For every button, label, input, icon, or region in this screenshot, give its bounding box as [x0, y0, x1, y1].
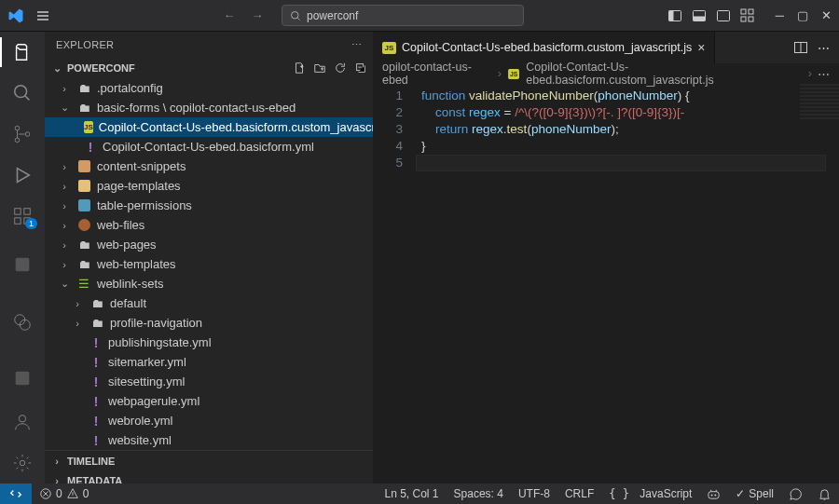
svg-rect-15	[15, 218, 21, 224]
tree-file[interactable]: !website.yml	[45, 430, 373, 450]
svg-point-0	[292, 11, 299, 19]
activity-settings-gear-icon[interactable]	[11, 452, 34, 474]
breadcrumb-item[interactable]: Copilot-Contact-Us-ebed.basicform.custom…	[526, 61, 803, 87]
status-notifications-icon[interactable]	[810, 487, 839, 501]
activity-search-icon[interactable]	[11, 82, 34, 104]
svg-rect-21	[16, 372, 30, 386]
tree-folder[interactable]: ›🖿web-templates	[45, 254, 373, 274]
status-eol[interactable]: CRLF	[557, 487, 601, 501]
collapse-all-icon[interactable]	[354, 61, 367, 75]
activity-explorer-icon[interactable]	[11, 41, 34, 63]
yml-file-icon: !	[89, 413, 103, 429]
status-cursor[interactable]: Ln 5, Col 1	[377, 487, 446, 501]
explorer-sidebar: EXPLORER ⋯ ⌄ POWERCONF ›🖿.portalconfig ⌄…	[45, 32, 373, 484]
maximize-icon[interactable]: ▢	[797, 8, 808, 22]
svg-rect-6	[741, 9, 746, 14]
tree-label: web-files	[97, 218, 144, 232]
status-feedback-icon[interactable]	[781, 487, 810, 501]
tree-folder[interactable]: ›page-templates	[45, 176, 373, 196]
tab-close-icon[interactable]: ×	[697, 40, 705, 55]
command-center-search[interactable]: powerconf	[282, 5, 524, 26]
tree-file-selected[interactable]: JSCopilot-Contact-Us-ebed.basicform.cust…	[45, 117, 373, 137]
code-content[interactable]: function validatePhoneNumber(phoneNumber…	[421, 88, 839, 171]
tree-folder[interactable]: ⌄🖿basic-forms \ copilot-contact-us-ebed	[45, 98, 373, 117]
tree-folder[interactable]: ›content-snippets	[45, 157, 373, 176]
tree-label: weblink-sets	[97, 277, 164, 291]
tree-file[interactable]: !Copilot-Contact-Us-ebed.basicform.yml	[45, 137, 373, 157]
refresh-icon[interactable]	[334, 61, 347, 75]
explorer-header: EXPLORER ⋯	[45, 32, 373, 58]
chevron-down-icon: ⌄	[50, 62, 63, 75]
layout-sidebar-right-icon[interactable]	[716, 8, 731, 23]
layout-sidebar-left-icon[interactable]	[667, 8, 682, 23]
svg-rect-7	[749, 9, 753, 14]
yml-file-icon: !	[84, 139, 97, 155]
activity-powerplatform-icon[interactable]	[11, 311, 34, 334]
section-root[interactable]: ⌄ POWERCONF	[45, 58, 373, 78]
nav-back-icon[interactable]: ←	[218, 8, 241, 22]
new-file-icon[interactable]	[293, 61, 306, 75]
tree-label: Copilot-Contact-Us-ebed.basicform.yml	[103, 140, 314, 154]
tree-folder[interactable]: ›web-files	[45, 215, 373, 235]
tree-folder[interactable]: ⌄☰weblink-sets	[45, 274, 373, 293]
activity-extensions-icon[interactable]: 1	[11, 205, 34, 227]
svg-rect-17	[24, 209, 30, 214]
status-problems[interactable]: 0 0	[32, 487, 96, 500]
editor-more-icon[interactable]: ⋯	[818, 41, 830, 55]
new-folder-icon[interactable]	[313, 61, 326, 75]
tree-label: default	[110, 296, 146, 310]
layout-customize-icon[interactable]	[740, 8, 755, 23]
explorer-more-icon[interactable]: ⋯	[351, 39, 362, 51]
tree-label: webpagerule.yml	[108, 394, 199, 408]
tree-file[interactable]: !webpagerule.yml	[45, 391, 373, 411]
activity-run-debug-icon[interactable]	[11, 164, 34, 186]
split-editor-icon[interactable]	[793, 40, 808, 55]
layout-panel-icon[interactable]	[692, 8, 707, 23]
chevron-right-icon: ›	[71, 318, 84, 329]
tree-folder[interactable]: ›🖿profile-navigation	[45, 313, 373, 333]
activity-account-icon[interactable]	[11, 411, 34, 433]
chevron-right-icon: ›	[498, 67, 502, 80]
svg-rect-2	[668, 10, 673, 20]
activity-generic-square-icon[interactable]	[11, 253, 34, 276]
breadcrumb[interactable]: opilot-contact-us-ebed › JS Copilot-Cont…	[373, 63, 839, 84]
chevron-right-icon: ›	[50, 475, 63, 484]
minimize-icon[interactable]: ─	[776, 8, 784, 22]
folder-icon	[76, 159, 91, 174]
minimap[interactable]	[800, 84, 839, 121]
explorer-title: EXPLORER	[56, 39, 114, 50]
status-encoding[interactable]: UTF-8	[511, 487, 557, 501]
activity-source-control-icon[interactable]	[11, 123, 34, 145]
code-editor[interactable]: 1 2 3 4 5 function validatePhoneNumber(p…	[373, 84, 839, 484]
svg-point-23	[20, 460, 25, 466]
editor-tab[interactable]: JS Copilot-Contact-Us-ebed.basicform.cus…	[373, 32, 715, 63]
nav-forward-icon[interactable]: →	[246, 8, 268, 22]
svg-point-11	[15, 126, 20, 130]
activity-generic-square2-icon[interactable]	[11, 367, 34, 389]
section-metadata[interactable]: ›METADATA	[45, 470, 373, 484]
close-icon[interactable]: ✕	[821, 8, 832, 22]
tree-file[interactable]: !sitesetting.yml	[45, 372, 373, 391]
chevron-right-icon: ›	[71, 298, 84, 309]
tree-file[interactable]: !publishingstate.yml	[45, 333, 373, 352]
tree-file[interactable]: !webrole.yml	[45, 411, 373, 430]
status-spell[interactable]: ✓ Spell	[728, 487, 781, 501]
status-indent[interactable]: Spaces: 4	[447, 487, 511, 501]
tree-folder[interactable]: ›table-permissions	[45, 196, 373, 215]
hamburger-menu-icon[interactable]	[35, 8, 50, 23]
tree-folder[interactable]: ›🖿default	[45, 293, 373, 313]
tree-file[interactable]: !sitemarker.yml	[45, 352, 373, 372]
status-language[interactable]: { } JavaScript	[601, 487, 699, 501]
section-timeline[interactable]: ›TIMELINE	[45, 450, 373, 470]
remote-indicator[interactable]	[0, 484, 32, 504]
svg-point-29	[715, 494, 717, 496]
search-text: powerconf	[307, 9, 358, 22]
chevron-right-icon: ›	[58, 239, 71, 251]
status-copilot-icon[interactable]	[699, 487, 728, 501]
tree-folder[interactable]: ›🖿web-pages	[45, 235, 373, 254]
tree-label: page-templates	[97, 179, 181, 193]
breadcrumb-item[interactable]: opilot-contact-us-ebed	[382, 61, 492, 87]
chevron-right-icon: ›	[50, 456, 63, 467]
section-label: TIMELINE	[67, 456, 115, 467]
tree-folder[interactable]: ›🖿.portalconfig	[45, 78, 373, 98]
